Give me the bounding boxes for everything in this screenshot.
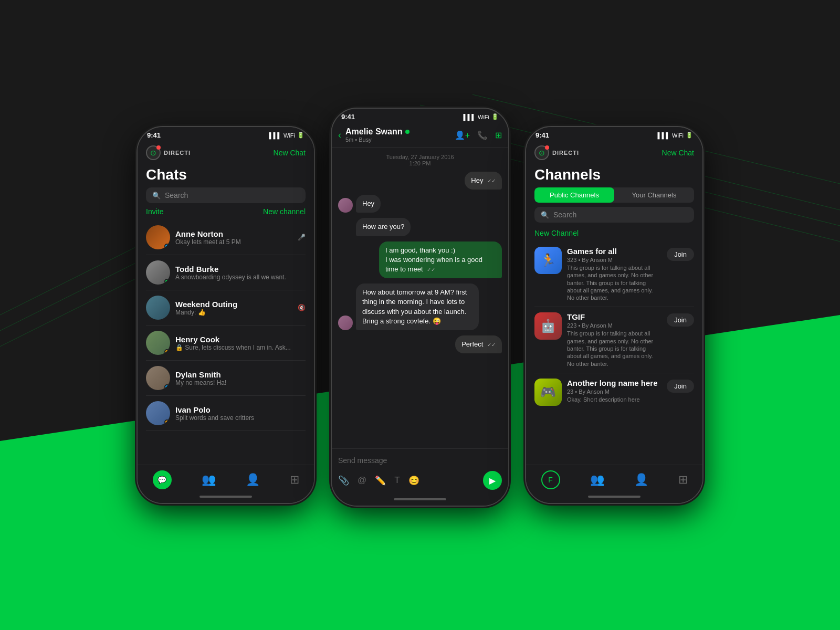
channels-screen: ⊙ DIRECTI New Chat Channels Public Chann… — [526, 141, 702, 503]
channels-title: Channels — [526, 164, 702, 187]
msg-hey-recv: Hey — [356, 195, 381, 213]
tab-public-channels[interactable]: Public Channels — [534, 187, 614, 203]
channel-name-tgif: TGIF — [567, 312, 662, 321]
brand-name-left: DIRECTI — [164, 150, 191, 156]
msg-tomorrow: How about tomorrow at 9 AM? first thing … — [356, 284, 479, 330]
check-perfect: ✓✓ — [487, 342, 496, 348]
nav-groups-right[interactable]: 👥 — [590, 473, 604, 487]
logo-symbol-right: ⊙ — [539, 149, 545, 157]
nav-channels-left[interactable]: ⊞ — [290, 473, 299, 487]
phones-container: 9:41 ▌▌▌ WiFi 🔋 ⊙ DIRECTI New Chat Chats — [136, 123, 704, 507]
join-button-another[interactable]: Join — [667, 380, 694, 393]
contact-name: Amelie Swann — [345, 127, 450, 136]
status-icons-center: ▌▌▌ WiFi 🔋 — [464, 113, 499, 120]
chat-info-dylan: Dylan Smith My no means! Ha! — [175, 370, 306, 386]
chat-actions: 👤+ 📞 ⊞ — [455, 130, 502, 140]
mention-icon[interactable]: @ — [358, 475, 366, 486]
new-chat-button-right[interactable]: New Chat — [662, 149, 694, 157]
online-dot-dylan — [164, 384, 170, 390]
channel-desc-games: This group is for talking about all game… — [567, 264, 662, 301]
signal-icon-r: ▌▌▌ — [658, 132, 670, 139]
battery-icon-r: 🔋 — [686, 132, 693, 139]
avatar-amelie-msg — [338, 198, 353, 213]
channel-info-tgif: TGIF 223 • By Anson M This group is for … — [567, 312, 662, 367]
phone-channels: 9:41 ▌▌▌ WiFi 🔋 ⊙ DIRECTI New Chat Chann… — [525, 126, 704, 504]
new-chat-button-left[interactable]: New Chat — [274, 149, 306, 157]
bottom-nav-left: 💬 👥 👤 ⊞ — [138, 465, 314, 492]
chat-item-henry[interactable]: Henry Cook 🔒 Sure, lets discuss when I a… — [138, 326, 314, 360]
chat-screen: ‹ Amelie Swann 5m • Busy 👤+ 📞 ⊞ Tu — [332, 123, 508, 506]
send-button[interactable]: ▶ — [483, 471, 502, 490]
attach-icon[interactable]: 📎 — [338, 475, 349, 486]
check-sent: ✓✓ — [487, 178, 496, 184]
status-bar-center: 9:41 ▌▌▌ WiFi 🔋 — [332, 109, 508, 123]
chat-info-weekend: Weekend Outing Mandy: 👍 — [175, 300, 292, 316]
join-button-games[interactable]: Join — [667, 248, 694, 261]
chat-item-ivan[interactable]: Ivan Polo Split words and save critters — [138, 396, 314, 430]
back-button[interactable]: ‹ — [338, 130, 341, 141]
chat-name-todd: Todd Burke — [175, 265, 306, 274]
chat-item-anne[interactable]: Anne Norton Okay lets meet at 5 PM 🎤 — [138, 220, 314, 255]
channel-item-games[interactable]: 🏃 Games for all 323 • By Anson M This gr… — [526, 242, 702, 307]
date-stamp: Tuesday, 27 January 2016 1:20 PM — [338, 154, 502, 166]
nav-groups[interactable]: 👥 — [202, 473, 216, 487]
home-indicator-left — [200, 496, 252, 498]
channel-item-another[interactable]: 🎮 Another long name here 23 • By Anson M… — [526, 373, 702, 411]
mute-icon-weekend: 🔇 — [298, 304, 306, 311]
message-input[interactable]: Send message — [338, 454, 502, 467]
invite-button[interactable]: Invite — [146, 207, 163, 216]
brand-name-right: DIRECTI — [552, 150, 579, 156]
menu-icon[interactable]: ⊞ — [495, 130, 502, 140]
sep6 — [146, 430, 306, 431]
nav-contacts[interactable]: 👤 — [246, 473, 260, 487]
logo-icon-right: ⊙ — [534, 145, 549, 160]
phone-chats: 9:41 ▌▌▌ WiFi 🔋 ⊙ DIRECTI New Chat Chats — [136, 126, 315, 504]
chat-name-henry: Henry Cook — [175, 335, 306, 344]
chat-preview-henry: 🔒 Sure, lets discuss when I am in. Ask..… — [175, 344, 306, 351]
input-icon-group: 📎 @ ✏️ T 😊 — [338, 475, 419, 486]
invite-row: Invite New channel — [138, 207, 314, 220]
nav-chats-right[interactable]: F — [541, 470, 560, 489]
nav-contacts-right[interactable]: 👤 — [634, 473, 648, 487]
home-bar-center — [332, 495, 508, 506]
chats-search-bar[interactable]: 🔍 Search — [146, 187, 306, 203]
channel-item-tgif[interactable]: 🤖 TGIF 223 • By Anson M This group is fo… — [526, 307, 702, 372]
home-bar-right — [526, 492, 702, 503]
contacts-icon: 👤 — [246, 473, 260, 487]
chats-screen: ⊙ DIRECTI New Chat Chats 🔍 Search Invite… — [138, 141, 314, 503]
emoji-icon[interactable]: 😊 — [408, 475, 419, 486]
tab-your-channels[interactable]: Your Channels — [614, 187, 694, 203]
channels-tabs: Public Channels Your Channels — [534, 187, 694, 203]
chat-item-todd[interactable]: Todd Burke A snowboarding odyssey is all… — [138, 255, 314, 290]
chat-preview-dylan: My no means! Ha! — [175, 379, 306, 386]
chat-name-weekend: Weekend Outing — [175, 300, 292, 309]
edit-icon[interactable]: ✏️ — [375, 475, 386, 486]
chat-item-dylan[interactable]: Dylan Smith My no means! Ha! — [138, 361, 314, 395]
nav-chats[interactable]: 💬 — [153, 470, 172, 489]
online-dot-henry — [164, 349, 170, 354]
chats-title: Chats — [138, 164, 314, 187]
new-channel-button-left[interactable]: New channel — [263, 207, 306, 216]
add-contact-icon[interactable]: 👤+ — [455, 130, 470, 140]
channel-info-another: Another long name here 23 • By Anson M O… — [567, 379, 662, 403]
status-icons-right: ▌▌▌ WiFi 🔋 — [658, 132, 693, 139]
chat-item-weekend[interactable]: Weekend Outing Mandy: 👍 🔇 — [138, 290, 314, 325]
input-actions: 📎 @ ✏️ T 😊 ▶ — [338, 471, 502, 490]
chat-preview-ivan: Split words and save critters — [175, 414, 306, 422]
contacts-icon-right: 👤 — [634, 473, 648, 487]
channel-name-another: Another long name here — [567, 379, 662, 387]
channels-search-bar[interactable]: 🔍 Search — [534, 207, 694, 223]
join-button-tgif[interactable]: Join — [667, 313, 694, 327]
new-channel-label[interactable]: New Channel — [526, 227, 702, 242]
chat-preview-weekend: Mandy: 👍 — [175, 309, 292, 316]
time-right: 9:41 — [536, 131, 549, 139]
avatar-ivan — [146, 401, 170, 425]
call-icon[interactable]: 📞 — [477, 130, 488, 140]
avatar-henry — [146, 331, 170, 355]
nav-channels-right[interactable]: ⊞ — [678, 473, 688, 487]
text-icon[interactable]: T — [394, 475, 400, 486]
contact-status: 5m • Busy — [345, 136, 450, 143]
channel-meta-tgif: 223 • By Anson M — [567, 322, 662, 329]
chat-info-todd: Todd Burke A snowboarding odyssey is all… — [175, 265, 306, 281]
chat-preview-anne: Okay lets meet at 5 PM — [175, 238, 292, 246]
